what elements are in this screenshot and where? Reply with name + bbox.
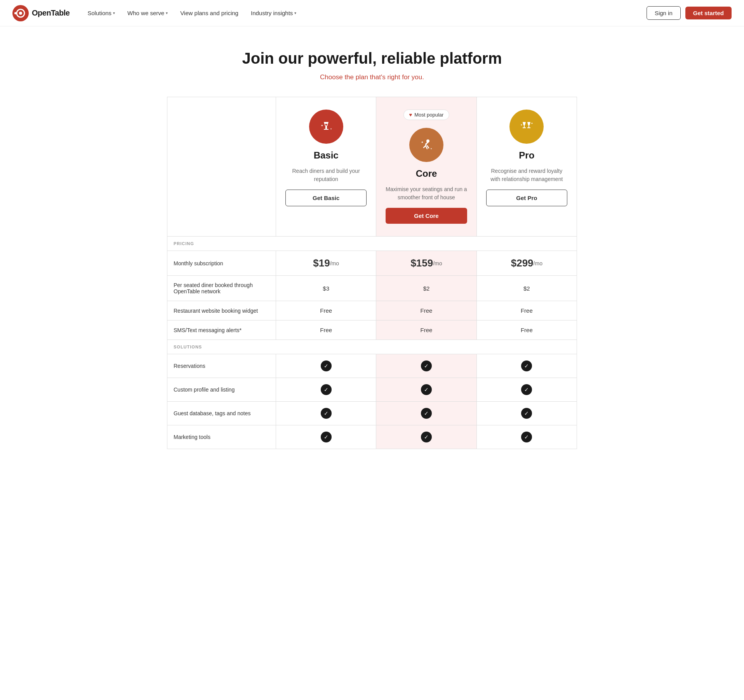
row-label-profile: Custom profile and listing: [167, 378, 276, 402]
page-title: Join our powerful, reliable platform: [12, 50, 732, 67]
core-icon: ✦ ✦: [409, 128, 443, 162]
nav-actions: Sign in Get started: [647, 6, 732, 20]
check-icon: ✓: [321, 408, 332, 419]
row-cell-basic-widget: Free: [276, 301, 376, 320]
svg-text:✦: ✦: [531, 122, 533, 125]
row-label-monthly: Monthly subscription: [167, 251, 276, 276]
get-pro-button[interactable]: Get Pro: [486, 190, 567, 206]
row-cell-basic-sms: Free: [276, 320, 376, 340]
heart-icon: ♥: [409, 112, 412, 118]
row-cell-core-reservations: ✓: [376, 354, 476, 378]
hero-section: Join our powerful, reliable platform Cho…: [0, 26, 744, 97]
svg-text:✦: ✦: [520, 124, 523, 126]
row-label-reservations: Reservations: [167, 354, 276, 378]
pricing-grid: ✦ ✦ Basic Reach diners and build your re…: [167, 97, 577, 449]
get-basic-button[interactable]: Get Basic: [285, 190, 367, 206]
navigation: OpenTable Solutions ▾ Who we serve ▾ Vie…: [0, 0, 744, 26]
plan-header-core: ♥ Most popular ✦ ✦ Core Maximise: [376, 97, 476, 237]
plan-header-pro: ✦ ✦ Pro Recognise and reward loyalty wit…: [477, 97, 577, 237]
row-cell-core-monthly: $159/mo: [376, 251, 476, 276]
svg-point-3: [14, 12, 17, 14]
nav-solutions[interactable]: Solutions ▾: [82, 7, 120, 19]
hero-subtitle: Choose the plan that's right for you.: [12, 73, 732, 81]
pricing-container: ✦ ✦ Basic Reach diners and build your re…: [155, 97, 589, 472]
basic-plan-name: Basic: [314, 150, 339, 161]
nav-view-plans[interactable]: View plans and pricing: [175, 7, 244, 19]
signin-button[interactable]: Sign in: [647, 6, 681, 20]
pro-icon: ✦ ✦: [509, 110, 544, 144]
check-icon: ✓: [521, 360, 532, 371]
row-cell-core-guest: ✓: [376, 402, 476, 425]
row-label-guest-db: Guest database, tags and notes: [167, 402, 276, 425]
row-cell-pro-widget: Free: [477, 301, 577, 320]
svg-text:✦: ✦: [421, 141, 424, 144]
check-icon: ✓: [321, 384, 332, 395]
row-cell-core-widget: Free: [376, 301, 476, 320]
chevron-down-icon: ▾: [294, 11, 296, 15]
row-cell-basic-profile: ✓: [276, 378, 376, 402]
core-plan-name: Core: [416, 168, 437, 179]
pro-plan-name: Pro: [519, 150, 534, 161]
nav-links: Solutions ▾ Who we serve ▾ View plans an…: [82, 7, 647, 19]
row-cell-pro-diner: $2: [477, 276, 577, 301]
most-popular-badge: ♥ Most popular: [403, 110, 450, 120]
logo[interactable]: OpenTable: [12, 5, 70, 21]
svg-text:✦: ✦: [330, 128, 332, 130]
basic-plan-desc: Reach diners and build your reputation: [285, 167, 367, 183]
svg-rect-14: [524, 125, 525, 127]
row-cell-basic-guest: ✓: [276, 402, 376, 425]
row-cell-pro-profile: ✓: [477, 378, 577, 402]
row-label-per-diner: Per seated diner booked through OpenTabl…: [167, 276, 276, 301]
row-cell-basic-reservations: ✓: [276, 354, 376, 378]
chevron-down-icon: ▾: [113, 11, 115, 15]
svg-rect-17: [527, 127, 530, 128]
pro-plan-desc: Recognise and reward loyalty with relati…: [486, 167, 567, 183]
row-cell-pro-monthly: $299/mo: [477, 251, 577, 276]
svg-point-13: [516, 117, 537, 137]
core-plan-desc: Maximise your seatings and run a smoothe…: [386, 185, 467, 202]
getstarted-button[interactable]: Get started: [685, 7, 732, 19]
row-cell-pro-guest: ✓: [477, 402, 577, 425]
nav-industry-insights[interactable]: Industry insights ▾: [245, 7, 302, 19]
check-icon: ✓: [521, 432, 532, 442]
svg-rect-6: [324, 129, 329, 130]
logo-text: OpenTable: [32, 9, 70, 17]
check-icon: ✓: [321, 360, 332, 371]
basic-icon: ✦ ✦: [309, 110, 343, 144]
row-label-marketing: Marketing tools: [167, 425, 276, 449]
row-cell-basic-marketing: ✓: [276, 425, 376, 449]
check-icon: ✓: [321, 432, 332, 442]
check-icon: ✓: [521, 384, 532, 395]
chevron-down-icon: ▾: [166, 11, 168, 15]
svg-point-2: [19, 12, 22, 15]
header-empty: [167, 97, 276, 237]
row-cell-core-diner: $2: [376, 276, 476, 301]
svg-rect-15: [523, 127, 526, 128]
row-cell-pro-reservations: ✓: [477, 354, 577, 378]
nav-who-we-serve[interactable]: Who we serve ▾: [122, 7, 173, 19]
check-icon: ✓: [421, 384, 432, 395]
svg-text:✦: ✦: [321, 124, 323, 127]
row-label-sms: SMS/Text messaging alerts*: [167, 320, 276, 340]
check-icon: ✓: [421, 360, 432, 371]
pricing-section-label: PRICING: [167, 237, 577, 251]
row-cell-pro-sms: Free: [477, 320, 577, 340]
svg-text:✦: ✦: [430, 148, 432, 150]
row-cell-basic-diner: $3: [276, 276, 376, 301]
row-cell-core-sms: Free: [376, 320, 476, 340]
check-icon: ✓: [421, 432, 432, 442]
check-icon: ✓: [421, 408, 432, 419]
check-icon: ✓: [521, 408, 532, 419]
row-cell-basic-monthly: $19/mo: [276, 251, 376, 276]
svg-rect-16: [528, 125, 529, 127]
get-core-button[interactable]: Get Core: [386, 208, 467, 224]
solutions-section-label: SOLUTIONS: [167, 340, 577, 354]
row-cell-pro-marketing: ✓: [477, 425, 577, 449]
row-cell-core-marketing: ✓: [376, 425, 476, 449]
svg-rect-5: [325, 126, 327, 129]
row-cell-core-profile: ✓: [376, 378, 476, 402]
row-label-widget: Restaurant website booking widget: [167, 301, 276, 320]
plan-header-basic: ✦ ✦ Basic Reach diners and build your re…: [276, 97, 376, 237]
